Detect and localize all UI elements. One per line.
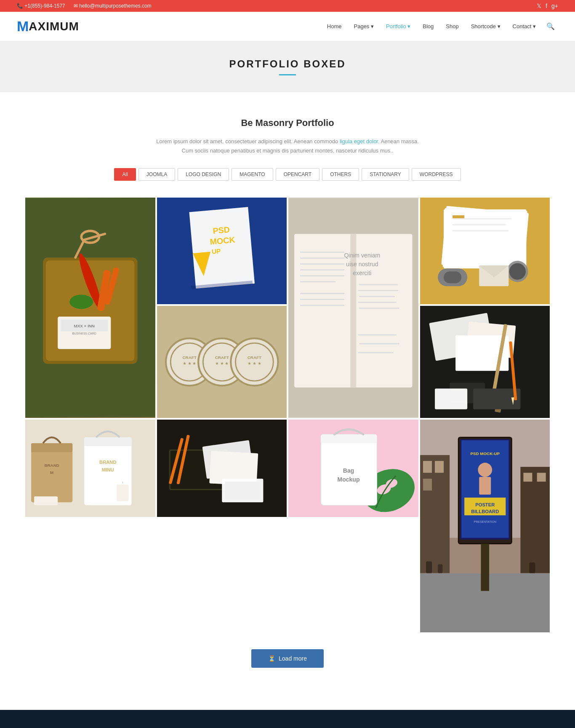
svg-rect-40 [358,302,396,303]
portfolio-section: Be Masonry Portfolio Lorem ipsum dolor s… [0,92,575,710]
svg-rect-16 [192,210,251,283]
svg-rect-127 [481,543,489,591]
svg-rect-117 [423,479,432,490]
portfolio-item-1[interactable]: MXX × INN BUSINESS CARD [25,198,155,418]
nav-shop[interactable]: Shop [441,20,463,33]
svg-rect-80 [435,388,467,409]
svg-rect-27 [300,263,344,265]
svg-rect-118 [520,467,550,573]
portfolio-item-10[interactable]: PSD MOCK-UP POSTER BILLBOARD PRESENTATIO… [420,420,550,632]
svg-rect-43 [359,343,399,345]
portfolio-grid: MXX × INN BUSINESS CARD PSD MOCK [25,198,550,632]
svg-rect-26 [300,257,344,259]
phone-info: 📞 +1(855)-984-1577 [17,3,65,9]
filter-opencart[interactable]: OPENCART [276,168,319,181]
svg-text:uise nostrud: uise nostrud [346,261,378,268]
svg-rect-30 [300,281,335,282]
svg-text:Qinim veniam: Qinim veniam [344,252,380,259]
page-title: PORTFOLIO BOXED [8,58,567,70]
site-footer: Company About Us Contact Us Privacy Poli… [0,710,575,728]
email-icon: ✉ [74,3,78,9]
svg-text:★ ★ ★: ★ ★ ★ [215,361,229,366]
filter-others[interactable]: OTHERS [322,168,359,181]
svg-text:CRAFT: CRAFT [247,355,261,360]
filter-stationary[interactable]: STATIONARY [362,168,409,181]
svg-text:BRAND: BRAND [44,463,59,468]
svg-text:CRAFT: CRAFT [182,355,196,360]
svg-rect-123 [438,565,442,573]
filter-wordpress[interactable]: WORDPRESS [412,168,461,181]
portfolio-item-7[interactable]: BRAND M BRAND MINU [25,420,155,517]
twitter-topbar-icon[interactable]: 𝕏 [537,3,541,9]
filter-all[interactable]: All [114,168,136,181]
top-bar-social: 𝕏 f g+ [537,3,558,9]
portfolio-item-6[interactable] [420,306,550,418]
facebook-topbar-icon[interactable]: f [546,3,547,9]
svg-rect-28 [300,269,344,270]
svg-rect-92 [117,484,128,501]
svg-rect-85 [31,443,72,452]
search-icon[interactable]: 🔍 [543,19,558,34]
filter-magento[interactable]: MAGENTO [232,168,273,181]
svg-text:BILLBOARD: BILLBOARD [471,509,499,514]
portfolio-img-6 [420,306,550,418]
svg-text:PSD: PSD [212,225,230,236]
nav-blog[interactable]: Blog [418,20,439,33]
portfolio-img-3: Qinim veniam uise nostrud exerciti [288,198,418,418]
svg-text:MINU: MINU [102,467,114,472]
svg-rect-41 [359,308,399,309]
svg-rect-50 [453,224,506,225]
svg-rect-33 [300,305,344,306]
svg-rect-120 [537,473,546,482]
svg-rect-115 [423,461,432,473]
svg-text:★ ★ ★: ★ ★ ★ [248,361,261,366]
svg-rect-116 [435,461,444,473]
svg-rect-32 [300,299,344,300]
svg-rect-56 [444,271,461,283]
portfolio-item-8[interactable] [157,420,287,517]
portfolio-item-3[interactable]: Qinim veniam uise nostrud exerciti [288,198,418,418]
portfolio-item-9[interactable]: Bag Mockup [288,420,418,517]
gplus-topbar-icon[interactable]: g+ [551,3,558,9]
svg-rect-51 [453,230,508,231]
filter-joomla[interactable]: JOOMLA [138,168,175,181]
svg-rect-44 [358,352,393,353]
site-header: M AXIMUM Home Pages ▾ Portfolio ▾ Blog S… [0,12,575,41]
svg-rect-103 [225,482,260,499]
svg-rect-131 [479,477,491,495]
portfolio-img-8 [157,420,287,517]
logo-text: AXIMUM [29,20,79,33]
svg-point-130 [478,463,492,477]
portfolio-description: Lorem ipsum dolor sit amet, consectetuer… [153,137,422,155]
filter-logo-design[interactable]: LOGO DESIGN [178,168,229,181]
nav-contact[interactable]: Contact ▾ [508,20,541,33]
portfolio-item-4[interactable] [420,198,550,304]
portfolio-img-1: MXX × INN BUSINESS CARD [25,198,155,418]
svg-text:MXX × INN: MXX × INN [74,324,95,328]
main-nav: Home Pages ▾ Portfolio ▾ Blog Shop Short… [322,19,558,34]
portfolio-img-2: PSD MOCK UP [157,198,287,304]
logo-icon: M [17,18,29,35]
portfolio-item-2[interactable]: PSD MOCK UP [157,198,287,304]
nav-home[interactable]: Home [322,20,347,33]
svg-text:BRAND: BRAND [99,460,116,465]
svg-text:PSD MOCK-UP: PSD MOCK-UP [470,451,500,456]
nav-shortcode[interactable]: Shortcode ▾ [466,20,506,33]
svg-rect-109 [321,434,377,443]
filter-bar: All JOOMLA LOGO DESIGN MAGENTO OPENCART … [25,168,550,181]
logo[interactable]: M AXIMUM [17,18,79,35]
svg-text:★ ★ ★: ★ ★ ★ [182,361,196,366]
hero-underline [279,74,296,75]
svg-rect-31 [300,293,344,294]
load-more-button[interactable]: ⏳ Load more [251,649,324,668]
nav-portfolio[interactable]: Portfolio ▾ [381,20,415,33]
phone-icon: 📞 [17,3,23,9]
svg-text:UP: UP [211,247,221,255]
nav-pages[interactable]: Pages ▾ [349,20,379,33]
svg-text:PRESENTATION: PRESENTATION [474,520,496,523]
svg-text:Mockup: Mockup [338,476,360,483]
svg-rect-119 [523,473,532,482]
portfolio-item-5[interactable]: CRAFT ★ ★ ★ CRAFT ★ ★ ★ CRAFT ★ ★ ★ [157,306,287,418]
svg-rect-49 [453,218,511,219]
email-info: ✉ hello@multipurposethemes.com [74,3,152,9]
